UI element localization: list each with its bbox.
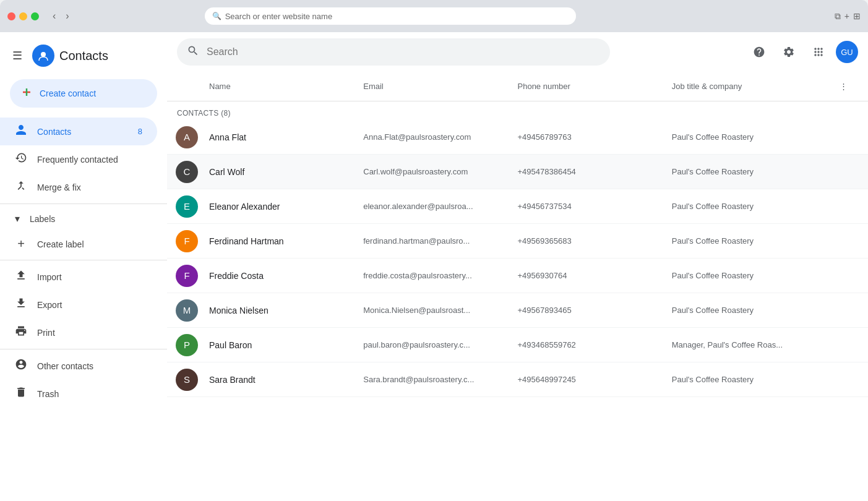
- more-button[interactable]: [851, 335, 863, 355]
- table-row[interactable]: ⠿ F Ferdinand Hartman ferdinand.hartman@…: [167, 224, 868, 259]
- th-more[interactable]: ⋮: [819, 77, 868, 96]
- tab-grid-button[interactable]: ⊞: [853, 11, 861, 22]
- edit-button[interactable]: [837, 127, 849, 147]
- import-label: Import: [37, 272, 142, 282]
- create-contact-button[interactable]: Create contact: [10, 79, 157, 108]
- contact-company: Paul's Coffee Roastery: [664, 167, 819, 176]
- star-button[interactable]: [823, 266, 836, 286]
- edit-button[interactable]: [837, 335, 849, 355]
- star-button[interactable]: [823, 335, 836, 355]
- contact-avatar: C: [176, 161, 198, 183]
- star-button[interactable]: [823, 231, 836, 251]
- contact-avatar: E: [176, 195, 198, 218]
- top-bar: GU: [167, 32, 868, 72]
- labels-header[interactable]: ▾ Labels: [0, 207, 167, 231]
- person-outline-icon: [15, 358, 27, 374]
- contact-phone: +49569365683: [510, 236, 664, 246]
- more-button[interactable]: [851, 197, 863, 216]
- more-button[interactable]: [851, 301, 863, 320]
- star-button[interactable]: [823, 197, 836, 216]
- more-options-icon[interactable]: ⋮: [840, 82, 848, 91]
- contact-phone: +49456737534: [510, 202, 664, 211]
- contact-phone: +495648997245: [510, 375, 664, 384]
- help-button[interactable]: [747, 40, 771, 64]
- table-row[interactable]: ⠿ E Eleanor Alexander eleanor.alexander@…: [167, 189, 868, 224]
- edit-button[interactable]: [837, 197, 849, 216]
- logo-container: Contacts: [32, 45, 108, 67]
- contact-avatar-cell: ⠿ F: [167, 230, 202, 252]
- apps-button[interactable]: [806, 40, 831, 64]
- pip-button[interactable]: ⧉: [835, 11, 841, 22]
- svg-marker-14: [825, 306, 835, 314]
- sidebar-item-export[interactable]: Export: [0, 291, 157, 319]
- edit-button[interactable]: [837, 162, 849, 182]
- table-row[interactable]: ⠿ C Carl Wolf Carl.wolf@paulsroastery.co…: [167, 155, 868, 189]
- contact-name: Freddie Costa: [202, 271, 356, 281]
- download-icon: [15, 297, 27, 312]
- contact-name: Anna Flat: [202, 132, 356, 142]
- search-bar[interactable]: [177, 38, 610, 66]
- contact-avatar-cell: ⠿ C: [167, 161, 202, 183]
- contacts-label: Contacts: [37, 127, 128, 137]
- svg-marker-8: [825, 202, 835, 210]
- contact-avatar-cell: ⠿ S: [167, 369, 202, 391]
- contact-email: Anna.Flat@paulsroastery.com: [356, 132, 510, 142]
- back-button[interactable]: ‹: [49, 9, 59, 23]
- more-button[interactable]: [851, 370, 863, 390]
- table-row[interactable]: ⠿ A Anna Flat Anna.Flat@paulsroastery.co…: [167, 120, 868, 155]
- maximize-window-button[interactable]: [31, 12, 39, 20]
- contact-email: freddie.costa@paulsroastery...: [356, 271, 510, 280]
- edit-button[interactable]: [837, 231, 849, 251]
- hamburger-button[interactable]: ☰: [10, 46, 25, 65]
- star-button[interactable]: [823, 127, 836, 147]
- settings-button[interactable]: [776, 40, 801, 64]
- contact-phone: +49456789763: [510, 132, 664, 142]
- minimize-window-button[interactable]: [19, 12, 27, 20]
- more-button[interactable]: [851, 127, 863, 147]
- edit-button[interactable]: [837, 301, 849, 320]
- contact-email: Sara.brandt@paulsroastery.c...: [356, 375, 510, 384]
- sidebar-item-other-contacts[interactable]: Other contacts: [0, 352, 157, 380]
- merge-fix-label: Merge & fix: [37, 182, 142, 192]
- other-contacts-label: Other contacts: [37, 361, 142, 371]
- more-button[interactable]: [851, 266, 863, 286]
- sidebar-item-print[interactable]: Print: [0, 319, 157, 346]
- table-row[interactable]: ⠿ S Sara Brandt Sara.brandt@paulsroaster…: [167, 362, 868, 397]
- contact-name: Eleanor Alexander: [202, 202, 356, 212]
- star-button[interactable]: [823, 301, 836, 320]
- chevron-up-icon: ▾: [15, 213, 20, 225]
- divider-1: [0, 203, 167, 204]
- edit-button[interactable]: [837, 266, 849, 286]
- more-button[interactable]: [851, 162, 863, 182]
- contacts-count: CONTACTS (8): [167, 101, 868, 120]
- contact-company: Paul's Coffee Roastery: [664, 271, 819, 280]
- contact-avatar-cell: ⠿ E: [167, 195, 202, 218]
- new-tab-button[interactable]: +: [844, 11, 849, 22]
- table-row[interactable]: ⠿ F Freddie Costa freddie.costa@paulsroa…: [167, 259, 868, 293]
- table-row[interactable]: ⠿ M Monica Nielsen Monica.Nielsen@paulsr…: [167, 293, 868, 328]
- user-avatar-button[interactable]: GU: [836, 41, 858, 63]
- address-bar[interactable]: 🔍 Search or enter website name: [205, 7, 576, 25]
- contact-phone: +4956930764: [510, 271, 664, 280]
- contact-avatar-cell: ⠿ P: [167, 334, 202, 356]
- history-icon: [15, 152, 27, 167]
- table-row[interactable]: ⠿ P Paul Baron paul.baron@paulsroastery.…: [167, 328, 868, 362]
- sidebar-item-merge-fix[interactable]: Merge & fix: [0, 173, 157, 201]
- forward-button[interactable]: ›: [62, 9, 72, 23]
- close-window-button[interactable]: [7, 12, 15, 20]
- star-button[interactable]: [823, 162, 836, 182]
- sidebar-item-frequently-contacted[interactable]: Frequently contacted: [0, 145, 157, 173]
- svg-marker-6: [825, 167, 835, 176]
- sidebar-item-create-label[interactable]: + Create label: [0, 231, 157, 257]
- search-input[interactable]: [207, 46, 600, 58]
- contact-phone: +495478386454: [510, 167, 664, 176]
- sidebar-item-import[interactable]: Import: [0, 263, 157, 291]
- plus-icon: +: [15, 237, 27, 251]
- sidebar-item-contacts[interactable]: Contacts 8: [0, 118, 157, 145]
- star-button[interactable]: [823, 370, 836, 390]
- sidebar-header: ☰ Contacts: [0, 40, 167, 77]
- contact-avatar: S: [176, 369, 198, 391]
- more-button[interactable]: [851, 231, 863, 251]
- sidebar-item-trash[interactable]: Trash: [0, 380, 157, 408]
- edit-button[interactable]: [837, 370, 849, 390]
